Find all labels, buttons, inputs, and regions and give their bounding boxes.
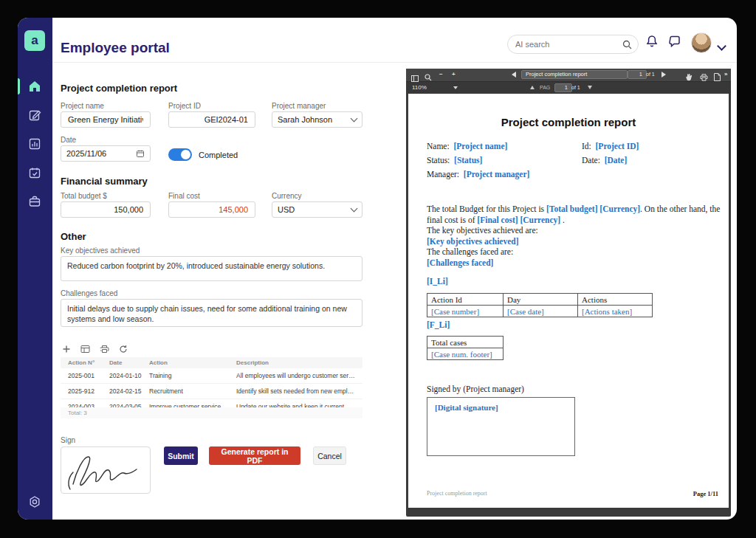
- refresh-icon: [119, 345, 128, 354]
- sidebar-item-forms[interactable]: [27, 107, 43, 123]
- pdf-paragraph: The total Budget for this Project is [To…: [427, 204, 728, 268]
- manager-placeholder: [Project manager]: [464, 170, 530, 179]
- edit-square-icon: [27, 107, 43, 123]
- search-input[interactable]: [514, 39, 618, 49]
- calendar-check-icon: [27, 165, 43, 181]
- final-cost-field[interactable]: [168, 201, 255, 218]
- table-row[interactable]: 2025-912 2024-02-15 Recruitment Identify…: [61, 384, 362, 399]
- project-name-input[interactable]: [66, 114, 145, 125]
- actions-taken-placeholder: [Actions taken]: [578, 306, 653, 317]
- project-id-label: Project ID: [168, 102, 201, 110]
- cancel-button[interactable]: Cancel: [313, 446, 346, 465]
- col-description[interactable]: Description: [236, 359, 362, 366]
- chat-button[interactable]: [667, 34, 684, 50]
- key-objectives-label: Key objectives achieved: [61, 246, 140, 255]
- pdf-doc-title: Project completion report: [408, 116, 729, 128]
- col-action[interactable]: Action: [149, 359, 236, 366]
- total-budget-input[interactable]: [66, 204, 145, 215]
- sidebar-item-cases[interactable]: [27, 193, 43, 210]
- col-action-no[interactable]: Action N°: [68, 359, 109, 366]
- more-tools-button[interactable]: »: [724, 71, 727, 77]
- pag-input[interactable]: 1: [554, 83, 572, 92]
- sidebar-item-settings[interactable]: [27, 494, 43, 510]
- profile-menu-button[interactable]: [718, 39, 725, 52]
- pdf-page: Project completion report Name: [Project…: [408, 94, 729, 508]
- printer-icon: [100, 345, 109, 354]
- home-icon: [27, 78, 43, 94]
- project-name-field[interactable]: [61, 111, 151, 128]
- date-value: 2025/11/06: [66, 149, 106, 158]
- document-title-box[interactable]: Project completion report: [521, 70, 628, 79]
- bar-chart-icon: [27, 136, 43, 152]
- sidebar: a: [18, 18, 52, 520]
- total-budget-field[interactable]: [61, 201, 151, 218]
- pdf-info-right: Id: [Project ID] Date: [Date]: [582, 139, 639, 168]
- financial-summary-title: Financial summary: [61, 176, 148, 187]
- sidebar-item-calendar[interactable]: [27, 165, 43, 181]
- project-id-input[interactable]: [174, 114, 250, 125]
- pdf-footer-left: Project completion report: [427, 490, 487, 497]
- table-row[interactable]: 2025-001 2024-01-10 Training All employe…: [61, 368, 362, 384]
- zoom-level-select[interactable]: 110%: [412, 84, 427, 91]
- page-down-button[interactable]: [588, 86, 592, 89]
- project-manager-select[interactable]: Sarah Johnson: [272, 111, 362, 128]
- table-row[interactable]: 2024-003 2024-03-05 Improve customer ser…: [61, 399, 362, 407]
- signature-pad[interactable]: [61, 446, 151, 494]
- edit-table-button[interactable]: [80, 345, 90, 354]
- project-manager-value: Sarah Johnson: [278, 115, 332, 124]
- briefcase-icon: [27, 193, 43, 210]
- currency-select[interactable]: USD: [272, 201, 362, 218]
- table-total: Total: 3: [61, 407, 362, 418]
- total-budget-label: Total budget $: [61, 192, 107, 200]
- final-cost-input[interactable]: [174, 204, 250, 215]
- project-name-label: Project name: [61, 102, 104, 110]
- zoom-select-caret: [453, 86, 458, 89]
- ai-search-box[interactable]: [507, 35, 639, 54]
- col-date[interactable]: Date: [109, 359, 149, 366]
- key-objectives-textarea[interactable]: Reduced carbon footprint by 20%, introdu…: [61, 256, 362, 281]
- status-placeholder: [Status]: [454, 156, 482, 165]
- project-id-field[interactable]: [168, 111, 255, 128]
- search-icon: [622, 40, 632, 49]
- date-field[interactable]: 2025/11/06: [61, 145, 151, 162]
- calendar-icon: [136, 149, 145, 158]
- document-icon: [714, 73, 721, 81]
- pdf-viewer: − + Project completion report 1 of 1 » 1…: [406, 69, 731, 517]
- sidebar-item-home[interactable]: [27, 78, 43, 94]
- chevron-down-icon: [717, 41, 726, 51]
- next-document-button[interactable]: [662, 72, 666, 77]
- final-cost-placeholder: [Final cost] [Currency]: [477, 215, 560, 224]
- other-section-title: Other: [61, 231, 86, 242]
- signed-by-label: Signed by (Project manager): [427, 384, 524, 393]
- pag-count-label: of 1: [571, 85, 580, 90]
- submit-button[interactable]: Submit: [164, 446, 198, 465]
- total-budget-placeholder: [Total budget] [Currency]: [546, 204, 640, 213]
- pdf-signature-box: [Digital signature]: [427, 397, 575, 456]
- pdf-cases-table: Action Id Day Actions [Case number] [Cas…: [427, 293, 653, 317]
- pdf-info-left: Name: [Project name] Status: [Status] Ma…: [427, 139, 529, 182]
- zoom-in-button[interactable]: +: [452, 71, 456, 77]
- notifications-button[interactable]: [645, 34, 661, 50]
- add-row-button[interactable]: [62, 345, 71, 354]
- zoom-out-button[interactable]: −: [439, 71, 443, 77]
- pdf-toolbar-top: − + Project completion report 1 of 1 »: [406, 69, 731, 82]
- completed-toggle-label: Completed: [199, 151, 238, 159]
- print-table-button[interactable]: [100, 345, 109, 354]
- header-divider: [52, 62, 737, 63]
- hand-icon: [685, 73, 693, 81]
- refresh-table-button[interactable]: [119, 345, 128, 354]
- completed-toggle[interactable]: [168, 148, 192, 161]
- page-number-box[interactable]: 1: [628, 70, 647, 79]
- page-up-button[interactable]: [530, 86, 535, 89]
- page-title: Employee portal: [61, 40, 170, 56]
- toggle-knob: [181, 150, 190, 159]
- app-logo-icon[interactable]: a: [24, 30, 45, 51]
- challenges-textarea[interactable]: Initial delays due to supply chain issue…: [61, 299, 362, 327]
- challenges-placeholder: [Challenges faced]: [427, 258, 493, 267]
- prev-document-button[interactable]: [512, 72, 516, 77]
- generate-pdf-button[interactable]: Generate report in PDF: [209, 446, 300, 465]
- actions-table-header: Action N° Date Action Description: [61, 357, 362, 368]
- sidebar-item-reports[interactable]: [27, 136, 43, 152]
- avatar[interactable]: [691, 32, 712, 53]
- form-title: Project completion report: [61, 83, 177, 94]
